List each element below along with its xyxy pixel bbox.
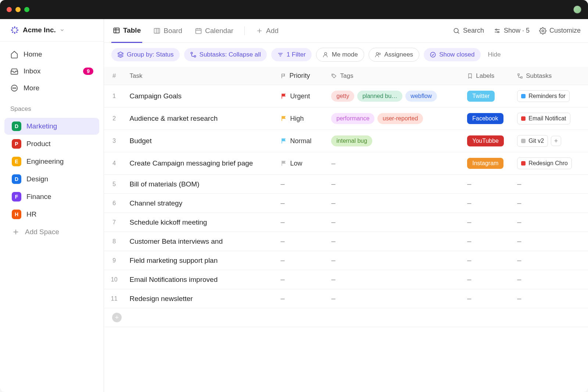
nav-inbox[interactable]: Inbox 9: [0, 63, 104, 80]
tags-cell[interactable]: performanceuser-reported: [326, 108, 462, 130]
label-pill[interactable]: YouTubbe: [467, 135, 504, 146]
user-avatar[interactable]: [573, 6, 581, 14]
tag-pill[interactable]: user-reported: [377, 113, 423, 124]
label-pill[interactable]: Instagram: [467, 158, 503, 169]
task-name[interactable]: Field marketing support plan: [125, 251, 276, 270]
tags-cell[interactable]: –: [326, 213, 462, 232]
tags-cell[interactable]: –: [326, 232, 462, 251]
nav-home[interactable]: Home: [0, 46, 104, 63]
space-item-product[interactable]: PProduct: [4, 135, 99, 152]
col-subtasks[interactable]: Subtasks: [512, 67, 588, 85]
table-row[interactable]: 1 Campaign Goals Urgent gettyplanned bu……: [104, 85, 588, 108]
labels-cell[interactable]: Instagram: [462, 152, 512, 174]
subtasks-cell[interactable]: –: [512, 194, 588, 213]
subtasks-cell[interactable]: –: [512, 213, 588, 232]
add-subtask-button[interactable]: +: [551, 136, 561, 146]
minimize-window-button[interactable]: [15, 7, 21, 12]
tag-pill[interactable]: planned bu…: [357, 91, 402, 102]
priority-cell[interactable]: –: [276, 232, 326, 251]
show-closed-chip[interactable]: Show closed: [424, 48, 480, 61]
tags-cell[interactable]: –: [326, 175, 462, 193]
col-labels[interactable]: Labels: [462, 67, 512, 85]
table-row[interactable]: 2 Audience & market research High perfor…: [104, 108, 588, 130]
subtask-pill[interactable]: Git v2: [517, 135, 548, 147]
subtask-pill[interactable]: Redesign Chro: [517, 157, 572, 169]
col-priority[interactable]: Priority: [276, 67, 326, 85]
task-name[interactable]: Channel strategy: [125, 194, 276, 213]
table-row[interactable]: 10 Email Notifications improved – – – –: [104, 270, 588, 289]
table-row[interactable]: 9 Field marketing support plan – – – –: [104, 251, 588, 270]
priority-cell[interactable]: –: [276, 270, 326, 289]
labels-cell[interactable]: Facebook: [462, 108, 512, 130]
task-name[interactable]: Bill of materials (BOM): [125, 175, 276, 193]
table-row[interactable]: 7 Schedule kickoff meeting – – – –: [104, 213, 588, 232]
space-item-design[interactable]: DDesign: [4, 171, 99, 188]
filter-chip[interactable]: 1 Filter: [271, 48, 312, 61]
maximize-window-button[interactable]: [24, 7, 29, 12]
subtasks-cell[interactable]: Reminders for: [512, 85, 588, 107]
task-name[interactable]: Audience & market research: [125, 108, 276, 130]
space-item-marketing[interactable]: DMarketing: [4, 118, 99, 135]
priority-cell[interactable]: –: [276, 289, 326, 308]
priority-cell[interactable]: Low: [276, 152, 326, 174]
table-row[interactable]: 4 Create Campaign messaging brief page L…: [104, 152, 588, 175]
show-columns-button[interactable]: Show · 5: [494, 27, 530, 35]
close-window-button[interactable]: [7, 7, 12, 12]
labels-cell[interactable]: –: [462, 194, 512, 213]
tab-calendar[interactable]: Calendar: [193, 19, 235, 42]
subtasks-chip[interactable]: Subtasks: Collapse all: [184, 48, 267, 61]
task-name[interactable]: Email Notifications improved: [125, 270, 276, 289]
tag-pill[interactable]: internal bug: [331, 135, 372, 146]
priority-cell[interactable]: –: [276, 251, 326, 270]
task-name[interactable]: Budget: [125, 130, 276, 152]
tag-pill[interactable]: performance: [331, 113, 374, 124]
tags-cell[interactable]: –: [326, 152, 462, 174]
subtasks-cell[interactable]: –: [512, 270, 588, 289]
table-row[interactable]: 3 Budget Normal internal bug YouTubbe Gi…: [104, 130, 588, 152]
assignees-chip[interactable]: Assignees: [369, 48, 419, 62]
labels-cell[interactable]: –: [462, 289, 512, 308]
table-row[interactable]: 5 Bill of materials (BOM) – – – –: [104, 175, 588, 194]
subtasks-cell[interactable]: –: [512, 289, 588, 308]
table-row[interactable]: 11 Redesign newsletter – – – –: [104, 289, 588, 308]
subtasks-cell[interactable]: Git v2+: [512, 130, 588, 152]
tag-pill[interactable]: webflow: [405, 91, 437, 102]
tags-cell[interactable]: –: [326, 270, 462, 289]
tags-cell[interactable]: –: [326, 194, 462, 213]
labels-cell[interactable]: Twitter: [462, 85, 512, 107]
labels-cell[interactable]: –: [462, 270, 512, 289]
priority-cell[interactable]: Normal: [276, 130, 326, 152]
priority-cell[interactable]: Urgent: [276, 85, 326, 107]
hide-filters-link[interactable]: Hide: [488, 51, 501, 58]
priority-cell[interactable]: –: [276, 175, 326, 193]
task-name[interactable]: Schedule kickoff meeting: [125, 213, 276, 232]
col-tags[interactable]: Tags: [326, 67, 462, 85]
tab-add-view[interactable]: Add: [254, 19, 280, 42]
subtasks-cell[interactable]: Email Notificat: [512, 108, 588, 130]
task-name[interactable]: Customer Beta interviews and: [125, 232, 276, 251]
search-button[interactable]: Search: [453, 27, 484, 35]
table-row[interactable]: 6 Channel strategy – – – –: [104, 194, 588, 213]
nav-more[interactable]: More: [0, 80, 104, 97]
subtasks-cell[interactable]: –: [512, 175, 588, 193]
subtasks-cell[interactable]: –: [512, 251, 588, 270]
labels-cell[interactable]: –: [462, 213, 512, 232]
subtask-pill[interactable]: Reminders for: [517, 90, 569, 102]
subtasks-cell[interactable]: –: [512, 232, 588, 251]
group-by-chip[interactable]: Group by: Status: [111, 48, 180, 61]
subtasks-cell[interactable]: Redesign Chro: [512, 152, 588, 174]
customize-button[interactable]: Customize: [539, 27, 581, 35]
space-item-finance[interactable]: FFinance: [4, 188, 99, 205]
col-number[interactable]: #: [104, 67, 125, 85]
space-item-engineering[interactable]: EEngineering: [4, 153, 99, 170]
labels-cell[interactable]: –: [462, 175, 512, 193]
labels-cell[interactable]: –: [462, 251, 512, 270]
tab-table[interactable]: Table: [111, 19, 142, 43]
task-name[interactable]: Redesign newsletter: [125, 289, 276, 308]
subtask-pill[interactable]: Email Notificat: [517, 113, 570, 124]
priority-cell[interactable]: –: [276, 194, 326, 213]
tab-board[interactable]: Board: [152, 19, 184, 42]
space-item-hr[interactable]: HHR: [4, 206, 99, 223]
task-name[interactable]: Campaign Goals: [125, 85, 276, 107]
label-pill[interactable]: Facebook: [467, 113, 503, 124]
